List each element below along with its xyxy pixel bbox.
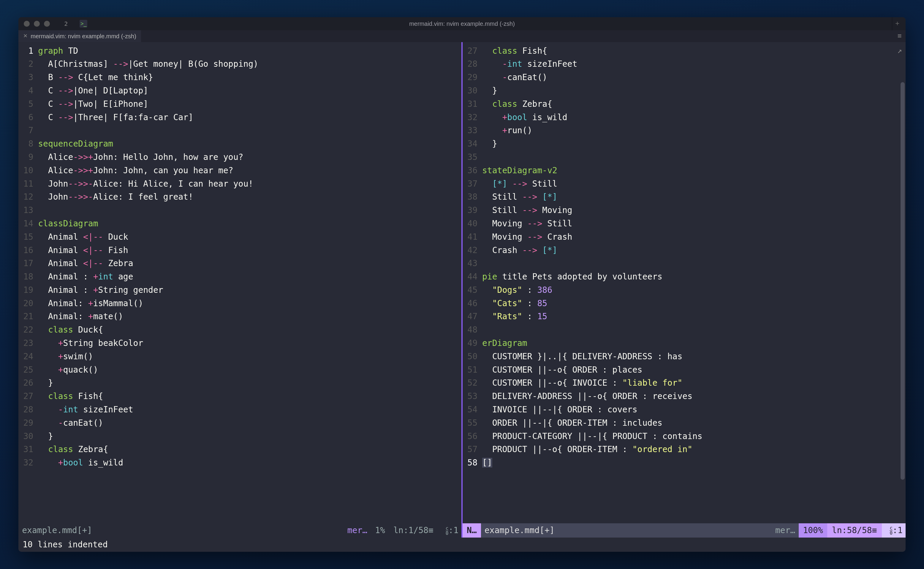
code-line[interactable]: 36stateDiagram-v2 <box>463 164 906 177</box>
code-line[interactable]: 49erDiagram <box>463 337 906 350</box>
code-line[interactable]: 8sequenceDiagram <box>18 137 461 151</box>
code-line[interactable]: 50 CUSTOMER }|..|{ DELIVERY-ADDRESS : ha… <box>463 350 906 364</box>
line-content: "Cats" : 85 <box>482 297 547 310</box>
code-line[interactable]: 16 Animal <|-- Fish <box>18 244 461 257</box>
code-line[interactable]: 32 +bool is_wild <box>463 111 906 124</box>
code-line[interactable]: 37 [*] --> Still <box>463 177 906 191</box>
right-pane[interactable]: ↗ 27 class Fish{28 -int sizeInFeet29 -ca… <box>463 42 906 538</box>
code-line[interactable]: 14classDiagram <box>18 217 461 231</box>
code-line[interactable]: 45 "Dogs" : 386 <box>463 284 906 297</box>
code-line[interactable]: 18 Animal : +int age <box>18 270 461 284</box>
code-line[interactable]: 32 +bool is_wild <box>18 456 461 470</box>
code-line[interactable]: 55 ORDER ||--|{ ORDER-ITEM : includes <box>463 417 906 430</box>
left-pane[interactable]: 1graph TD2 A[Christmas] -->|Get money| B… <box>18 42 463 538</box>
code-line[interactable]: 23 +String beakColor <box>18 337 461 350</box>
zoom-window-icon[interactable] <box>44 21 50 27</box>
line-content: -int sizeInFeet <box>482 58 577 71</box>
code-line[interactable]: 47 "Rats" : 15 <box>463 310 906 323</box>
status-filetype: mer… <box>775 524 799 537</box>
code-line[interactable]: 44pie title Pets adopted by volunteers <box>463 270 906 284</box>
code-line[interactable]: 57 PRODUCT ||--o{ ORDER-ITEM : "ordered … <box>463 443 906 456</box>
code-line[interactable]: 22 class Duck{ <box>18 323 461 337</box>
code-line[interactable]: 56 PRODUCT-CATEGORY ||--|{ PRODUCT : con… <box>463 430 906 443</box>
code-line[interactable]: 40 Moving --> Still <box>463 217 906 231</box>
code-line[interactable]: 3 B --> C{Let me think} <box>18 71 461 84</box>
code-line[interactable]: 30 } <box>18 430 461 443</box>
hamburger-menu-icon[interactable]: ≡ <box>894 30 906 42</box>
code-line[interactable]: 38 Still --> [*] <box>463 190 906 204</box>
code-line[interactable]: 9 Alice->>+John: Hello John, how are you… <box>18 151 461 164</box>
line-number: 29 <box>18 417 38 430</box>
line-content: class Fish{ <box>38 390 103 403</box>
code-line[interactable]: 39 Still --> Moving <box>463 204 906 217</box>
code-line[interactable]: 13 <box>18 204 461 217</box>
terminal-window: 2 >_ mermaid.vim: nvim example.mmd (-zsh… <box>18 17 906 552</box>
close-tab-icon[interactable]: ✕ <box>23 32 27 40</box>
code-line[interactable]: 31 class Zebra{ <box>18 443 461 456</box>
line-number: 39 <box>463 204 482 217</box>
new-tab-button[interactable]: + <box>892 17 903 30</box>
line-number: 19 <box>18 284 38 297</box>
code-line[interactable]: 42 Crash --> [*] <box>463 244 906 257</box>
code-line[interactable]: 52 CUSTOMER ||--o{ INVOICE : "liable for… <box>463 376 906 390</box>
code-line[interactable]: 4 C -->|One| D[Laptop] <box>18 84 461 97</box>
code-line[interactable]: 54 INVOICE ||--|{ ORDER : covers <box>463 403 906 417</box>
line-content: -int sizeInFeet <box>38 403 133 417</box>
line-number: 41 <box>463 231 482 244</box>
line-number: 50 <box>463 350 482 364</box>
scrollbar-thumb[interactable] <box>901 82 905 480</box>
code-line[interactable]: 27 class Fish{ <box>18 390 461 403</box>
line-content: C -->|Two| E[iPhone] <box>38 97 148 111</box>
open-external-icon[interactable]: ↗ <box>897 44 902 57</box>
code-line[interactable]: 33 +run() <box>463 124 906 137</box>
code-line[interactable]: 2 A[Christmas] -->|Get money| B(Go shopp… <box>18 58 461 71</box>
code-line[interactable]: 24 +swim() <box>18 350 461 364</box>
code-line[interactable]: 28 -int sizeInFeet <box>18 403 461 417</box>
code-line[interactable]: 48 <box>463 323 906 337</box>
line-number: 11 <box>18 177 38 191</box>
code-line[interactable]: 21 Animal: +mate() <box>18 310 461 323</box>
line-content: -canEat() <box>38 417 103 430</box>
minimize-window-icon[interactable] <box>34 21 40 27</box>
code-line[interactable]: 15 Animal <|-- Duck <box>18 231 461 244</box>
code-line[interactable]: 6 C -->|Three| F[fa:fa-car Car] <box>18 111 461 124</box>
left-statusline: example.mmd[+] mer… 1% ln:1/58≡ c0:1 <box>18 523 461 537</box>
line-content: Alice->>+John: Hello John, how are you? <box>38 151 243 164</box>
code-line[interactable]: 53 DELIVERY-ADDRESS ||--o{ ORDER : recei… <box>463 390 906 403</box>
line-number: 58 <box>463 456 482 470</box>
code-line[interactable]: 26 } <box>18 376 461 390</box>
terminal-tab-icon[interactable]: >_ <box>79 20 87 27</box>
code-line[interactable]: 29 -canEat() <box>463 71 906 84</box>
code-line[interactable]: 51 CUSTOMER ||--o{ ORDER : places <box>463 364 906 377</box>
session-tab[interactable]: ✕ mermaid.vim: nvim example.mmd (-zsh) <box>18 30 141 42</box>
code-line[interactable]: 11 John-->>-Alice: Hi Alice, I can hear … <box>18 177 461 191</box>
code-line[interactable]: 29 -canEat() <box>18 417 461 430</box>
line-content: Animal: +mate() <box>38 310 123 323</box>
line-content: } <box>38 430 53 443</box>
scrollbar[interactable] <box>901 44 905 518</box>
line-number: 32 <box>463 111 482 124</box>
command-line[interactable]: 10 lines indented <box>18 537 906 552</box>
code-line[interactable]: 27 class Fish{ <box>463 44 906 58</box>
code-line[interactable]: 20 Animal: +isMammal() <box>18 297 461 310</box>
code-line[interactable]: 30 } <box>463 84 906 97</box>
code-line[interactable]: 34 } <box>463 137 906 151</box>
code-line[interactable]: 41 Moving --> Crash <box>463 231 906 244</box>
code-line[interactable]: 28 -int sizeInFeet <box>463 58 906 71</box>
code-line[interactable]: 17 Animal <|-- Zebra <box>18 257 461 270</box>
code-line[interactable]: 25 +quack() <box>18 364 461 377</box>
left-code[interactable]: 1graph TD2 A[Christmas] -->|Get money| B… <box>18 42 461 523</box>
code-line[interactable]: 35 <box>463 151 906 164</box>
code-line[interactable]: 12 John-->>-Alice: I feel great! <box>18 190 461 204</box>
code-line[interactable]: 43 <box>463 257 906 270</box>
code-line[interactable]: 58[] <box>463 456 906 470</box>
code-line[interactable]: 31 class Zebra{ <box>463 97 906 111</box>
code-line[interactable]: 19 Animal : +String gender <box>18 284 461 297</box>
close-window-icon[interactable] <box>24 21 30 27</box>
code-line[interactable]: 5 C -->|Two| E[iPhone] <box>18 97 461 111</box>
right-code[interactable]: 27 class Fish{28 -int sizeInFeet29 -canE… <box>463 42 906 523</box>
code-line[interactable]: 10 Alice->>+John: John, can you hear me? <box>18 164 461 177</box>
code-line[interactable]: 1graph TD <box>18 44 461 58</box>
code-line[interactable]: 7 <box>18 124 461 137</box>
code-line[interactable]: 46 "Cats" : 85 <box>463 297 906 310</box>
